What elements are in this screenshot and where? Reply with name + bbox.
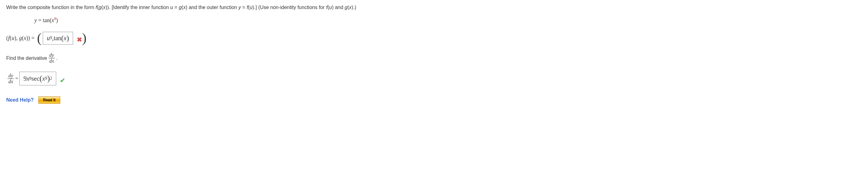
dy-dx-label: dy dx [7, 73, 14, 84]
derivative-input[interactable]: 9x8sec(x9)2 [19, 72, 56, 85]
help-section: Need Help? Read It [6, 96, 862, 104]
read-it-button[interactable]: Read It [38, 96, 60, 104]
paren-open: ( [37, 32, 41, 45]
paren-close: ) [82, 32, 87, 45]
question-prompt: Write the composite function in the form… [6, 5, 862, 10]
derivative-prompt: Find the derivative dy dx . [6, 52, 862, 64]
need-help-label: Need Help? [6, 97, 34, 103]
composite-function-label: (f(u), g(x)) = [6, 35, 35, 41]
given-equation: y = tan(x9) [34, 16, 862, 24]
composite-function-answer-row: (f(u), g(x)) = ( u9, tan(x) ✖ ) [6, 32, 862, 45]
composite-function-input[interactable]: u9, tan(x) [43, 32, 73, 45]
derivative-answer-row: dy dx = 9x8sec(x9)2 ✔ [6, 72, 862, 85]
incorrect-icon: ✖ [77, 36, 82, 43]
correct-icon: ✔ [60, 77, 65, 84]
dy-dx-fraction: dy dx [49, 52, 55, 64]
